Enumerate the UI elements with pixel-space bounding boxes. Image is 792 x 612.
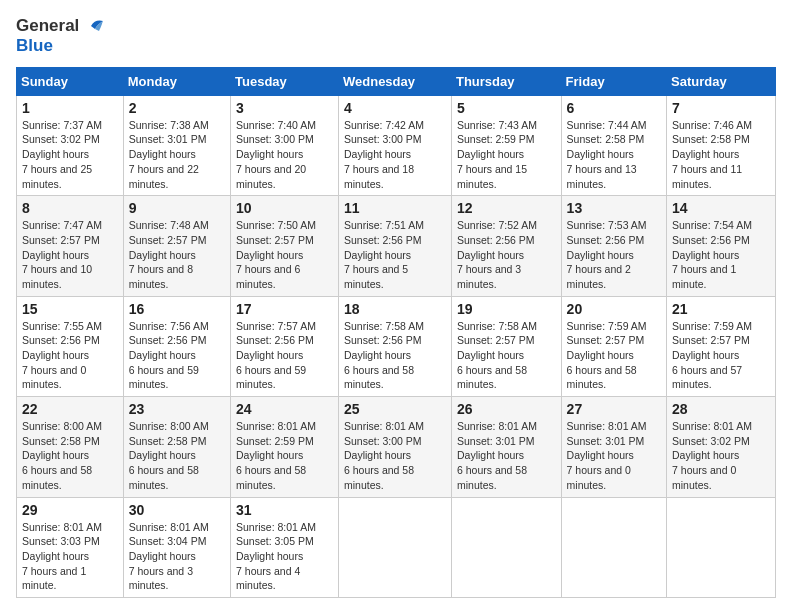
sunrise-label: Sunrise: 7:44 AM: [567, 119, 647, 131]
daylight-label: Daylight hours: [344, 148, 411, 160]
calendar-cell: 29 Sunrise: 8:01 AM Sunset: 3:03 PM Dayl…: [17, 497, 124, 597]
calendar-cell: 12 Sunrise: 7:52 AM Sunset: 2:56 PM Dayl…: [451, 196, 561, 296]
sunrise-label: Sunrise: 7:59 AM: [567, 320, 647, 332]
day-number: 17: [236, 301, 333, 317]
daylight-label: Daylight hours: [344, 349, 411, 361]
daylight-label: Daylight hours: [672, 249, 739, 261]
daylight-value: 6 hours and 58 minutes.: [344, 464, 414, 491]
sunset-label: Sunset: 2:56 PM: [344, 234, 422, 246]
column-header-sunday: Sunday: [17, 67, 124, 95]
sunrise-label: Sunrise: 7:38 AM: [129, 119, 209, 131]
logo-blue: Blue: [16, 36, 53, 56]
daylight-value: 7 hours and 25 minutes.: [22, 163, 92, 190]
calendar-cell: 11 Sunrise: 7:51 AM Sunset: 2:56 PM Dayl…: [338, 196, 451, 296]
day-detail: Sunrise: 7:59 AM Sunset: 2:57 PM Dayligh…: [567, 319, 661, 392]
calendar-cell: 13 Sunrise: 7:53 AM Sunset: 2:56 PM Dayl…: [561, 196, 666, 296]
daylight-value: 7 hours and 11 minutes.: [672, 163, 742, 190]
calendar-week-row: 1 Sunrise: 7:37 AM Sunset: 3:02 PM Dayli…: [17, 95, 776, 195]
daylight-value: 6 hours and 59 minutes.: [129, 364, 199, 391]
day-detail: Sunrise: 7:58 AM Sunset: 2:57 PM Dayligh…: [457, 319, 556, 392]
daylight-value: 7 hours and 8 minutes.: [129, 263, 193, 290]
daylight-label: Daylight hours: [672, 148, 739, 160]
day-number: 14: [672, 200, 770, 216]
daylight-value: 7 hours and 0 minutes.: [22, 364, 86, 391]
day-detail: Sunrise: 7:42 AM Sunset: 3:00 PM Dayligh…: [344, 118, 446, 191]
logo: General Blue: [16, 16, 103, 57]
day-number: 28: [672, 401, 770, 417]
sunset-label: Sunset: 2:57 PM: [22, 234, 100, 246]
calendar-cell: 22 Sunrise: 8:00 AM Sunset: 2:58 PM Dayl…: [17, 397, 124, 497]
day-number: 23: [129, 401, 225, 417]
daylight-label: Daylight hours: [236, 550, 303, 562]
calendar-cell: 21 Sunrise: 7:59 AM Sunset: 2:57 PM Dayl…: [667, 296, 776, 396]
sunset-label: Sunset: 2:59 PM: [236, 435, 314, 447]
sunset-label: Sunset: 2:56 PM: [457, 234, 535, 246]
daylight-label: Daylight hours: [22, 550, 89, 562]
sunset-label: Sunset: 3:02 PM: [672, 435, 750, 447]
sunset-label: Sunset: 3:01 PM: [457, 435, 535, 447]
calendar-cell: 9 Sunrise: 7:48 AM Sunset: 2:57 PM Dayli…: [123, 196, 230, 296]
day-number: 19: [457, 301, 556, 317]
daylight-label: Daylight hours: [344, 249, 411, 261]
sunrise-label: Sunrise: 7:48 AM: [129, 219, 209, 231]
daylight-value: 7 hours and 0 minutes.: [672, 464, 736, 491]
daylight-label: Daylight hours: [129, 148, 196, 160]
day-detail: Sunrise: 7:51 AM Sunset: 2:56 PM Dayligh…: [344, 218, 446, 291]
day-detail: Sunrise: 7:47 AM Sunset: 2:57 PM Dayligh…: [22, 218, 118, 291]
daylight-label: Daylight hours: [129, 449, 196, 461]
day-number: 27: [567, 401, 661, 417]
day-number: 3: [236, 100, 333, 116]
day-number: 31: [236, 502, 333, 518]
daylight-label: Daylight hours: [567, 148, 634, 160]
calendar-week-row: 8 Sunrise: 7:47 AM Sunset: 2:57 PM Dayli…: [17, 196, 776, 296]
day-detail: Sunrise: 7:56 AM Sunset: 2:56 PM Dayligh…: [129, 319, 225, 392]
sunset-label: Sunset: 2:58 PM: [567, 133, 645, 145]
daylight-value: 7 hours and 6 minutes.: [236, 263, 300, 290]
calendar-cell: [667, 497, 776, 597]
calendar-cell: 24 Sunrise: 8:01 AM Sunset: 2:59 PM Dayl…: [231, 397, 339, 497]
calendar-cell: 16 Sunrise: 7:56 AM Sunset: 2:56 PM Dayl…: [123, 296, 230, 396]
day-detail: Sunrise: 7:59 AM Sunset: 2:57 PM Dayligh…: [672, 319, 770, 392]
sunrise-label: Sunrise: 8:01 AM: [236, 521, 316, 533]
calendar-cell: 7 Sunrise: 7:46 AM Sunset: 2:58 PM Dayli…: [667, 95, 776, 195]
calendar-cell: 26 Sunrise: 8:01 AM Sunset: 3:01 PM Dayl…: [451, 397, 561, 497]
day-number: 24: [236, 401, 333, 417]
sunset-label: Sunset: 2:56 PM: [129, 334, 207, 346]
sunset-label: Sunset: 3:00 PM: [236, 133, 314, 145]
day-detail: Sunrise: 7:52 AM Sunset: 2:56 PM Dayligh…: [457, 218, 556, 291]
day-detail: Sunrise: 7:50 AM Sunset: 2:57 PM Dayligh…: [236, 218, 333, 291]
daylight-value: 7 hours and 3 minutes.: [129, 565, 193, 592]
day-detail: Sunrise: 7:38 AM Sunset: 3:01 PM Dayligh…: [129, 118, 225, 191]
sunset-label: Sunset: 3:04 PM: [129, 535, 207, 547]
sunrise-label: Sunrise: 7:47 AM: [22, 219, 102, 231]
sunset-label: Sunset: 2:58 PM: [129, 435, 207, 447]
day-number: 30: [129, 502, 225, 518]
daylight-label: Daylight hours: [22, 449, 89, 461]
calendar-cell: 4 Sunrise: 7:42 AM Sunset: 3:00 PM Dayli…: [338, 95, 451, 195]
daylight-value: 7 hours and 13 minutes.: [567, 163, 637, 190]
daylight-value: 7 hours and 0 minutes.: [567, 464, 631, 491]
day-number: 13: [567, 200, 661, 216]
daylight-label: Daylight hours: [672, 349, 739, 361]
day-detail: Sunrise: 8:00 AM Sunset: 2:58 PM Dayligh…: [129, 419, 225, 492]
day-detail: Sunrise: 7:46 AM Sunset: 2:58 PM Dayligh…: [672, 118, 770, 191]
calendar-table: SundayMondayTuesdayWednesdayThursdayFrid…: [16, 67, 776, 598]
calendar-cell: 3 Sunrise: 7:40 AM Sunset: 3:00 PM Dayli…: [231, 95, 339, 195]
daylight-label: Daylight hours: [567, 449, 634, 461]
calendar-cell: 8 Sunrise: 7:47 AM Sunset: 2:57 PM Dayli…: [17, 196, 124, 296]
daylight-value: 7 hours and 15 minutes.: [457, 163, 527, 190]
daylight-value: 7 hours and 2 minutes.: [567, 263, 631, 290]
day-detail: Sunrise: 7:40 AM Sunset: 3:00 PM Dayligh…: [236, 118, 333, 191]
sunrise-label: Sunrise: 8:01 AM: [457, 420, 537, 432]
daylight-label: Daylight hours: [457, 249, 524, 261]
day-number: 11: [344, 200, 446, 216]
day-detail: Sunrise: 7:43 AM Sunset: 2:59 PM Dayligh…: [457, 118, 556, 191]
calendar-cell: 23 Sunrise: 8:00 AM Sunset: 2:58 PM Dayl…: [123, 397, 230, 497]
calendar-week-row: 15 Sunrise: 7:55 AM Sunset: 2:56 PM Dayl…: [17, 296, 776, 396]
daylight-label: Daylight hours: [344, 449, 411, 461]
calendar-cell: 17 Sunrise: 7:57 AM Sunset: 2:56 PM Dayl…: [231, 296, 339, 396]
sunrise-label: Sunrise: 8:00 AM: [129, 420, 209, 432]
sunset-label: Sunset: 3:05 PM: [236, 535, 314, 547]
daylight-value: 6 hours and 58 minutes.: [457, 464, 527, 491]
calendar-cell: 27 Sunrise: 8:01 AM Sunset: 3:01 PM Dayl…: [561, 397, 666, 497]
